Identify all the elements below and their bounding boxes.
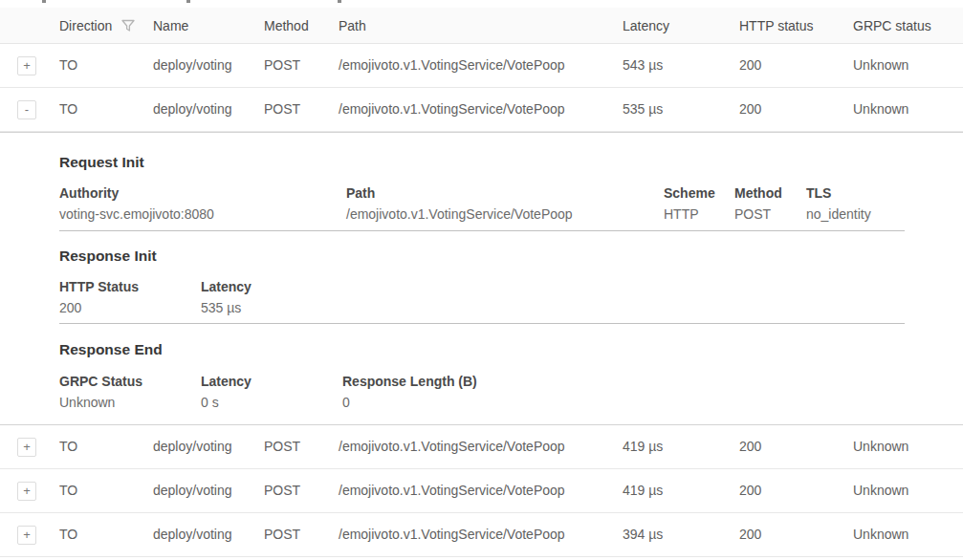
table-row: + TO deploy/voting POST /emojivoto.v1.Vo… [0,469,963,513]
http-status-cell: 200 [739,44,761,87]
expand-row-button[interactable]: + [17,526,36,545]
clipped-text-fragment [338,0,341,3]
expand-row-button[interactable]: + [17,482,36,501]
authority-label: Authority [59,185,119,201]
method-label: Method [734,185,782,201]
table-row-expanded: - TO deploy/voting POST /emojivoto.v1.Vo… [0,88,963,132]
column-header-http-status: HTTP status [739,8,814,44]
clipped-text-fragment [186,0,190,3]
direction-cell: TO [59,469,77,512]
direction-cell: TO [59,425,77,468]
method-cell: POST [264,88,300,131]
resource-link[interactable]: deploy/voting [153,513,232,556]
section-divider [59,323,905,324]
column-header-latency: Latency [623,8,669,44]
latency-cell: 543 µs [623,44,663,87]
method-cell: POST [264,44,300,87]
scheme-value: HTTP [664,206,699,222]
grpc-status-cell: Unknown [853,469,908,512]
response-length-value: 0 [342,395,350,410]
resource-link[interactable]: deploy/voting [153,425,232,468]
direction-cell: TO [59,88,77,131]
section-title-response-init: Response Init [59,248,157,265]
grpc-status-cell: Unknown [853,88,908,131]
request-detail-panel: Request Init Authority voting-svc.emojiv… [0,132,963,425]
tls-value: no_identity [806,206,871,222]
latency-cell: 535 µs [623,88,663,131]
http-status-value: 200 [59,300,81,315]
table-row: + TO deploy/voting POST /emojivoto.v1.Vo… [0,44,963,88]
grpc-status-cell: Unknown [853,44,908,87]
section-divider [59,230,905,231]
column-header-name: Name [153,8,188,44]
path-cell: /emojivoto.v1.VotingService/VotePoop [339,513,565,556]
latency-value: 0 s [201,395,219,410]
path-value: /emojivoto.v1.VotingService/VotePoop [346,206,573,222]
resource-link[interactable]: deploy/voting [153,88,232,131]
method-cell: POST [264,425,300,468]
section-title-request-init: Request Init [59,154,144,171]
http-status-cell: 200 [739,425,761,468]
resource-link[interactable]: deploy/voting [153,44,232,87]
authority-value: voting-svc.emojivoto:8080 [59,206,214,222]
grpc-status-label: GRPC Status [59,374,142,389]
tap-requests-table: Direction Name Method Path Latency HTTP … [0,0,963,560]
path-cell: /emojivoto.v1.VotingService/VotePoop [339,44,565,87]
grpc-status-cell: Unknown [853,425,908,468]
expand-row-button[interactable]: + [17,438,36,457]
latency-cell: 419 µs [623,425,663,468]
filter-funnel-icon[interactable] [121,19,135,32]
column-header-path: Path [339,8,366,44]
latency-cell: 419 µs [623,469,663,512]
column-header-direction: Direction [59,8,112,44]
table-header: Direction Name Method Path Latency HTTP … [0,8,963,44]
direction-cell: TO [59,44,77,87]
latency-cell: 394 µs [623,513,663,556]
direction-cell: TO [59,513,77,556]
method-cell: POST [264,469,300,512]
response-length-label: Response Length (B) [342,374,477,389]
grpc-status-cell: Unknown [853,513,908,556]
table-row: + TO deploy/voting POST /emojivoto.v1.Vo… [0,425,963,469]
tls-label: TLS [806,185,831,201]
path-cell: /emojivoto.v1.VotingService/VotePoop [339,88,565,131]
http-status-label: HTTP Status [59,279,139,294]
latency-label: Latency [201,279,252,294]
method-cell: POST [264,513,300,556]
path-cell: /emojivoto.v1.VotingService/VotePoop [339,425,565,468]
path-cell: /emojivoto.v1.VotingService/VotePoop [339,469,565,512]
expand-row-button[interactable]: + [17,56,36,75]
method-value: POST [734,206,771,222]
http-status-cell: 200 [739,88,761,131]
scheme-label: Scheme [664,185,715,201]
section-title-response-end: Response End [59,341,163,358]
clipped-text-fragment [42,0,46,3]
column-header-grpc-status: GRPC status [853,8,931,44]
column-header-method: Method [264,8,309,44]
http-status-cell: 200 [739,513,761,556]
table-row: + TO deploy/voting POST /emojivoto.v1.Vo… [0,513,963,557]
grpc-status-value: Unknown [59,395,115,410]
collapse-row-button[interactable]: - [17,100,36,119]
latency-label: Latency [201,374,252,389]
latency-value: 535 µs [201,300,241,315]
path-label: Path [346,185,375,201]
resource-link[interactable]: deploy/voting [153,469,232,512]
http-status-cell: 200 [739,469,761,512]
